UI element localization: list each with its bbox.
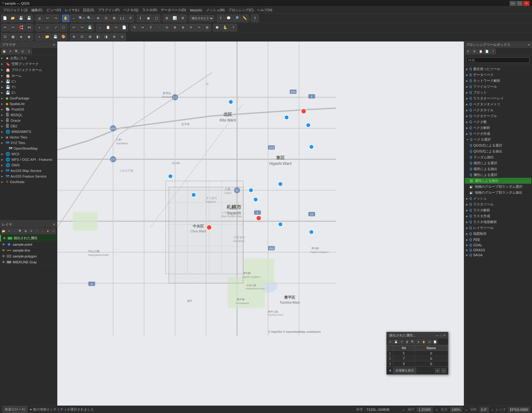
attr-edit-btn[interactable]: ✏ (388, 339, 393, 344)
zoom-layer-btn[interactable]: ⊡ (102, 15, 110, 22)
map-area[interactable]: 277 453 5 277 273 275 12 5 5 (57, 42, 464, 406)
cut-btn[interactable]: ✂ (112, 24, 120, 31)
zoom-in-btn[interactable]: 🔍+ (78, 15, 86, 22)
select-features-btn[interactable]: ▣ (145, 15, 152, 22)
undo-btn[interactable]: ↩ (44, 15, 51, 22)
text-annot-btn[interactable]: T (251, 15, 259, 22)
layer-vis-extracted[interactable]: 👁 (3, 236, 6, 240)
pt-vector-select[interactable]: ▼ Q ベクタ選択 (465, 137, 531, 143)
status-rotation-value[interactable]: 0.0° (480, 407, 489, 412)
plugin-btn-3[interactable]: ◈ (17, 33, 25, 41)
edit-btn[interactable]: ✂ (9, 24, 17, 31)
layers-refresh-btn[interactable]: ↺ (29, 228, 34, 234)
table-row-2[interactable]: 2 7 b (387, 356, 448, 361)
menu-help[interactable]: ヘルプ(H) (255, 7, 274, 13)
menu-edit[interactable]: 編集(E) (29, 7, 45, 13)
browser-item-arcgis-map[interactable]: ▶ 🗺 ArcGIS Map Service (0, 168, 57, 174)
label-btn[interactable]: T (217, 15, 224, 22)
pt-vector-create[interactable]: ▶ Q ベクタ作成 (465, 131, 531, 137)
browser-item-postgis[interactable]: ▶ 🐘 PostGIS (0, 107, 57, 112)
layers-add-btn[interactable]: + (7, 228, 12, 234)
browser-filter-btn[interactable]: 🔍 (14, 49, 19, 54)
pt-raster-create[interactable]: ▶ Q ラスタ作成 (465, 213, 531, 219)
menu-database[interactable]: データベース(D) (159, 7, 188, 13)
pt-recent-tools[interactable]: ▶ Q 最近使ったツール (465, 66, 531, 72)
browser-item-z[interactable]: ▶ 💾 Z:\ (0, 90, 57, 95)
pt-select-by-attr[interactable]: Q 属性による選択 (465, 172, 531, 178)
menu-plugins[interactable]: プラグイン(P) (96, 7, 121, 13)
status-crs-value[interactable]: EPSG:6680 (508, 407, 530, 412)
table-row-3[interactable]: 3 9 b (387, 361, 448, 367)
layer-save-btn[interactable]: 💾 (52, 33, 59, 41)
pt-history-btn[interactable]: ⟳ (465, 49, 471, 54)
browser-item-geopackage[interactable]: ▶ ◆ GeoPackage (0, 95, 57, 101)
attr-popup-min-btn[interactable]: — (436, 334, 439, 337)
pt-saga[interactable]: ▶ Q SAGA (465, 253, 531, 257)
menu-vector[interactable]: ベクタ(Q) (121, 7, 140, 13)
pt-results-btn[interactable]: 📋 (478, 49, 483, 54)
zoom-out-btn[interactable]: 🔍- (86, 15, 94, 22)
browser-item-home[interactable]: ▶ 🏠 ホーム (0, 73, 57, 79)
browser-item-arcgis-feature[interactable]: ▶ 🗺 ArcGIS Feature Service (0, 174, 57, 179)
menu-web[interactable]: Web(W) (188, 8, 204, 13)
attr-footer-btn1[interactable]: ≡ (435, 368, 440, 373)
pt-random-group-extract[interactable]: ■ 地物のグループ別ランダム抽出 (465, 190, 531, 196)
extra3-btn6[interactable]: ⊗ (110, 33, 118, 41)
pt-mesh[interactable]: ▶ Q メッシュ (465, 196, 531, 201)
pt-random-extract[interactable]: Q ランダム抽出 (465, 154, 531, 160)
extra-btn[interactable]: 🔎 (233, 15, 240, 22)
pt-layer-tools[interactable]: ▶ Q レイヤツール (465, 225, 531, 231)
pt-inland[interactable]: ▶ Q 内陸 (465, 237, 531, 243)
attr-zoom-btn[interactable]: ⊕ (416, 339, 421, 344)
browser-item-spatialite[interactable]: ▶ ◆ SpatiaLite (0, 101, 57, 107)
pt-vector-general[interactable]: ▶ Q ベクタ般 (465, 119, 531, 125)
move-btn[interactable]: ⤢ (52, 24, 59, 31)
print-btn[interactable]: 🖨 (36, 15, 43, 22)
attr-refresh-btn[interactable]: ↺ (399, 339, 404, 344)
snap-btn[interactable]: 🧲 (17, 24, 25, 31)
redo-btn[interactable]: ↪ (52, 15, 59, 22)
layer-vis-sample-point[interactable]: 👁 (2, 243, 5, 246)
new-project-btn[interactable]: 📄 (1, 15, 9, 22)
browser-collapse-btn[interactable]: ✕ (53, 43, 55, 46)
menu-project[interactable]: プロジェクト(J) (1, 7, 29, 13)
layer-add-btn[interactable]: + (36, 33, 43, 41)
browser-props-btn[interactable]: ℹ (26, 49, 32, 54)
pt-file-tools[interactable]: ▶ Q ファイルツール (465, 84, 531, 90)
browser-item-bookmarks[interactable]: ▶ 🔖 空間ブックマーク (0, 61, 57, 67)
topology-btn[interactable]: ⋈ (25, 24, 33, 31)
pt-vector-table[interactable]: ▶ Q ベクタテーブル (465, 113, 531, 119)
pt-raster-overlay[interactable]: ▶ Q ラスタオーバーレイ (465, 95, 531, 101)
pt-network[interactable]: ▶ Q ネットワーク解析 (465, 78, 531, 84)
simplify-btn[interactable]: ⋯ (155, 24, 162, 31)
plugin-btn-1[interactable]: ⊡ (1, 33, 9, 41)
layer-open-btn[interactable]: 📂 (44, 33, 51, 41)
attr-delete-btn[interactable]: 🗑 (405, 339, 410, 344)
extra3-btn2[interactable]: ⊡ (78, 33, 86, 41)
layer-vis-sample-polygon[interactable]: 👁 (2, 254, 5, 258)
vertex-btn[interactable]: ⬢ (213, 24, 221, 31)
layers-expand-btn[interactable]: ■ (45, 228, 50, 234)
layers-collapse3-btn[interactable]: □ (51, 228, 56, 234)
pt-plot[interactable]: ▶ Q プロット (465, 90, 531, 95)
pt-extract-by-location[interactable]: Q 場所による抽出 (465, 166, 531, 172)
extra3-btn4[interactable]: ◧ (94, 33, 102, 41)
browser-item-vector-tiles[interactable]: ▶ ◈ Vector Tiles (0, 134, 57, 140)
save-project-btn[interactable]: 💾 (17, 15, 25, 22)
layer-combo[interactable]: 抽出された属性 (189, 15, 214, 21)
minimize-button[interactable]: — (510, 1, 516, 6)
pt-help-btn[interactable]: ? (490, 49, 496, 54)
pt-raster-terrain[interactable]: ▶ Q ラスタ地形解析 (465, 219, 531, 225)
node-btn[interactable]: ⬡ (60, 24, 67, 31)
layers-group-btn[interactable]: ⊞ (23, 228, 28, 234)
zoom-native-btn[interactable]: 1:1 (118, 15, 126, 22)
save-as-btn[interactable]: 💾 (25, 15, 33, 22)
layers-open-btn[interactable]: 📂 (1, 228, 6, 234)
extra3-btn5[interactable]: ◨ (102, 33, 110, 41)
save2-btn[interactable]: 💾 (86, 24, 94, 31)
browser-refresh-btn[interactable]: ↺ (7, 49, 13, 54)
menu-processing[interactable]: プロシシング(C) (226, 7, 255, 13)
identify-btn[interactable]: ℹ (137, 15, 144, 22)
copy-btn[interactable]: 📄 (121, 24, 128, 31)
zoom-selection-btn[interactable]: ⊠ (110, 15, 118, 22)
